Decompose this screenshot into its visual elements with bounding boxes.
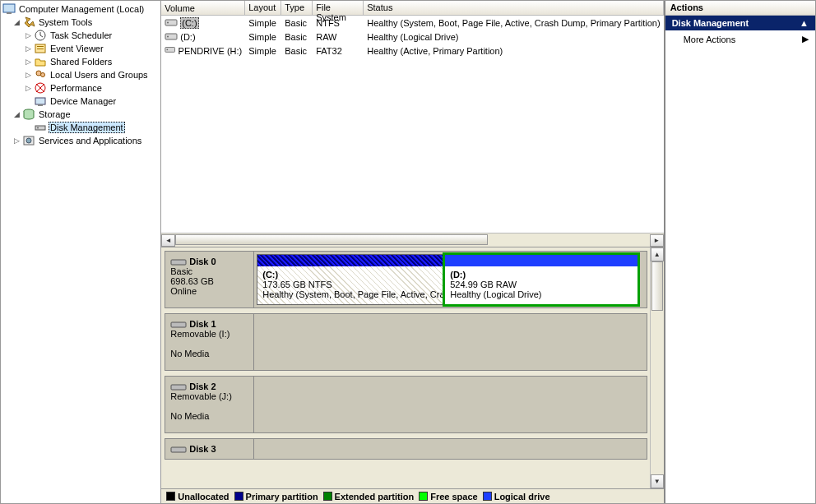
legend-label: Primary partition bbox=[246, 492, 318, 502]
partitions: (C:)173.65 GB NTFSHealthy (System, Boot,… bbox=[254, 252, 646, 307]
expander-icon[interactable]: ◢ bbox=[12, 18, 21, 26]
scroll-left-button[interactable]: ◄ bbox=[161, 234, 175, 247]
svg-point-13 bbox=[37, 127, 39, 129]
disk-row[interactable]: Disk 3 bbox=[165, 438, 647, 460]
cell-type: Basic bbox=[281, 31, 313, 43]
storage-icon bbox=[22, 108, 35, 121]
shared-folders-icon bbox=[34, 55, 47, 68]
disk-name: Disk 3 bbox=[189, 444, 216, 454]
expander-icon[interactable]: ▷ bbox=[24, 31, 32, 39]
tree-label: Storage bbox=[37, 109, 72, 119]
drive-icon bbox=[165, 45, 175, 56]
main-content: Volume Layout Type File System Status (C… bbox=[161, 1, 663, 503]
disk-icon bbox=[170, 258, 187, 266]
svg-rect-9 bbox=[35, 98, 45, 104]
legend-free: Free space bbox=[419, 492, 477, 502]
volume-name: PENDRIVE (H:) bbox=[178, 46, 243, 56]
tree-device-manager[interactable]: ▷Device Manager bbox=[1, 95, 160, 108]
disk-name: Disk 1 bbox=[189, 319, 216, 329]
tree-local-users[interactable]: ▷Local Users and Groups bbox=[1, 68, 160, 81]
chevron-right-icon: ▶ bbox=[802, 34, 809, 44]
disk-row[interactable]: Disk 2Removable (J:)No Media bbox=[165, 376, 647, 433]
table-row[interactable]: (C:)SimpleBasicNTFSHealthy (System, Boot… bbox=[161, 16, 663, 30]
cell-status: Healthy (System, Boot, Page File, Active… bbox=[364, 17, 663, 29]
expander-icon[interactable]: ◢ bbox=[12, 110, 21, 118]
vertical-scrollbar[interactable]: ▲ ▼ bbox=[650, 247, 664, 488]
svg-rect-1 bbox=[7, 12, 12, 14]
partition-size: 173.65 GB NTFS bbox=[262, 280, 332, 289]
disk-list: Disk 0Basic698.63 GBOnline(C:)173.65 GB … bbox=[161, 247, 663, 488]
tree-event-viewer[interactable]: ▷Event Viewer bbox=[1, 42, 160, 55]
users-icon bbox=[34, 68, 47, 81]
disk-icon bbox=[170, 383, 187, 391]
clock-icon bbox=[34, 29, 47, 42]
column-header-status[interactable]: Status bbox=[364, 1, 663, 15]
column-header-layout[interactable]: Layout bbox=[245, 1, 281, 15]
disk-row[interactable]: Disk 1Removable (I:)No Media bbox=[165, 313, 647, 371]
disk-name: Disk 0 bbox=[189, 257, 216, 266]
tree-shared-folders[interactable]: ▷Shared Folders bbox=[1, 55, 160, 68]
tree-storage[interactable]: ◢ Storage bbox=[1, 108, 160, 121]
scroll-down-button[interactable]: ▼ bbox=[651, 474, 664, 488]
partition[interactable]: (D:)524.99 GB RAWHealthy (Logical Drive) bbox=[444, 254, 638, 305]
navigation-tree: Computer Management (Local) ◢ System Too… bbox=[1, 1, 161, 503]
actions-header: Actions bbox=[665, 1, 815, 16]
table-row[interactable]: (D:)SimpleBasicRAWHealthy (Logical Drive… bbox=[161, 30, 663, 44]
tree-label: Disk Management bbox=[49, 122, 125, 133]
horizontal-scrollbar[interactable]: ◄ ► bbox=[161, 233, 663, 247]
svg-rect-4 bbox=[37, 46, 44, 47]
scroll-right-button[interactable]: ► bbox=[650, 234, 664, 247]
tree-root[interactable]: Computer Management (Local) bbox=[1, 2, 160, 16]
tree-performance[interactable]: ▷Performance bbox=[1, 81, 160, 95]
legend-logical: Logical drive bbox=[483, 492, 550, 502]
partitions bbox=[254, 377, 646, 432]
legend-extended: Extended partition bbox=[323, 492, 415, 502]
expander-icon[interactable]: ▷ bbox=[24, 71, 32, 79]
disk-info: Disk 0Basic698.63 GBOnline bbox=[165, 252, 254, 307]
disk-info: Disk 2Removable (J:)No Media bbox=[165, 377, 254, 432]
tree-system-tools[interactable]: ◢ System Tools bbox=[1, 16, 160, 29]
expander-icon[interactable]: ▷ bbox=[24, 44, 32, 53]
partitions bbox=[254, 439, 646, 459]
partition[interactable]: (C:)173.65 GB NTFSHealthy (System, Boot,… bbox=[257, 254, 444, 305]
graphical-disk-pane: Disk 0Basic698.63 GBOnline(C:)173.65 GB … bbox=[161, 247, 663, 503]
legend-label: Logical drive bbox=[494, 492, 550, 502]
column-header-type[interactable]: Type bbox=[281, 1, 313, 15]
tree-task-scheduler[interactable]: ▷Task Scheduler bbox=[1, 29, 160, 42]
table-row[interactable]: PENDRIVE (H:)SimpleBasicFAT32Healthy (Ac… bbox=[161, 44, 663, 58]
disk-row[interactable]: Disk 0Basic698.63 GBOnline(C:)173.65 GB … bbox=[165, 251, 647, 308]
actions-item-label: More Actions bbox=[684, 35, 736, 44]
scroll-thumb[interactable] bbox=[651, 261, 663, 311]
device-manager-icon bbox=[34, 95, 47, 108]
swatch-icon bbox=[166, 492, 175, 501]
volume-name: (C:) bbox=[180, 17, 198, 29]
expander-icon[interactable]: ▷ bbox=[12, 136, 21, 145]
chevron-up-icon: ▲ bbox=[800, 18, 809, 28]
partition-status: Healthy (System, Boot, Page File, Active… bbox=[262, 289, 443, 299]
volume-name: (D:) bbox=[180, 32, 195, 42]
actions-more-actions[interactable]: More Actions ▶ bbox=[665, 30, 815, 48]
expander-icon[interactable]: ▷ bbox=[24, 58, 32, 66]
svg-point-19 bbox=[167, 36, 169, 38]
disk-info: Disk 1Removable (I:)No Media bbox=[165, 314, 254, 370]
cell-type: Basic bbox=[281, 45, 313, 57]
scroll-thumb[interactable] bbox=[175, 234, 488, 245]
tree-label: Shared Folders bbox=[49, 57, 114, 67]
tree-services[interactable]: ▷ Services and Applications bbox=[1, 134, 160, 147]
event-viewer-icon bbox=[34, 42, 47, 55]
column-header-filesystem[interactable]: File System bbox=[313, 1, 364, 15]
disk-info: Disk 3 bbox=[165, 439, 254, 459]
column-header-volume[interactable]: Volume bbox=[161, 1, 245, 15]
volume-table-body: (C:)SimpleBasicNTFSHealthy (System, Boot… bbox=[161, 16, 663, 58]
cell-filesystem: NTFS bbox=[313, 17, 364, 29]
cell-layout: Simple bbox=[245, 45, 281, 57]
legend-unallocated: Unallocated bbox=[166, 492, 229, 502]
scroll-track[interactable] bbox=[175, 234, 649, 247]
tree-disk-management[interactable]: ▷Disk Management bbox=[1, 121, 160, 134]
volume-list-pane: Volume Layout Type File System Status (C… bbox=[161, 1, 663, 247]
scroll-up-button[interactable]: ▲ bbox=[651, 247, 664, 261]
tree-label: Performance bbox=[49, 83, 104, 93]
actions-section-disk-management[interactable]: Disk Management ▲ bbox=[665, 16, 815, 30]
scroll-track[interactable] bbox=[651, 261, 664, 474]
expander-icon[interactable]: ▷ bbox=[24, 84, 32, 92]
